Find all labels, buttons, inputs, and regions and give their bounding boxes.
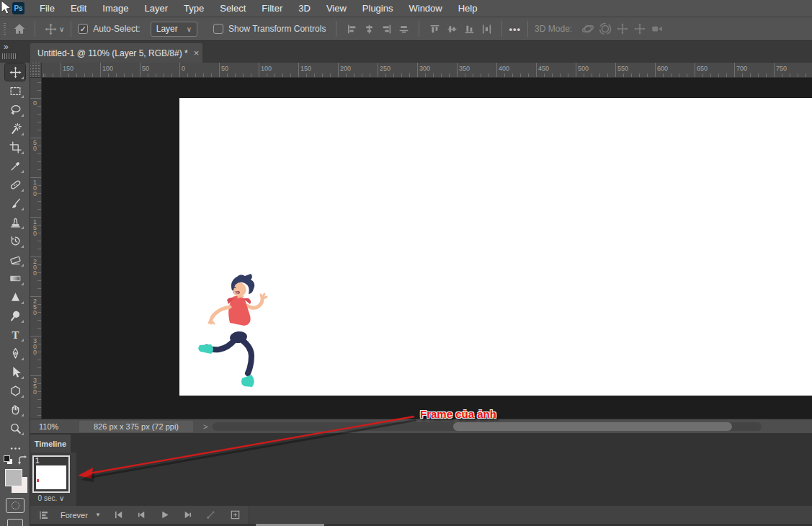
path-selection-tool[interactable] — [5, 363, 25, 380]
align-top-edges-icon[interactable] — [426, 20, 443, 37]
menu-image[interactable]: Image — [94, 3, 136, 14]
clone-stamp-tool[interactable] — [5, 213, 25, 231]
3d-roll-icon[interactable] — [597, 20, 614, 37]
menu-window[interactable]: Window — [401, 3, 450, 14]
tab-close-icon[interactable]: × — [194, 48, 200, 58]
move-tool[interactable] — [5, 63, 25, 81]
menu-layer[interactable]: Layer — [137, 3, 177, 14]
default-colors-icon-front[interactable] — [4, 456, 9, 461]
next-frame-button[interactable] — [180, 509, 196, 522]
align-vertical-centers-icon[interactable] — [395, 20, 412, 37]
delay-chevron-icon: ∨ — [59, 494, 64, 502]
tools-panel: T — [0, 63, 30, 526]
auto-select-target-dropdown[interactable]: Layer ∨ — [151, 22, 197, 37]
lasso-tool[interactable] — [5, 101, 25, 118]
magic-wand-tool[interactable] — [5, 120, 25, 137]
menu-select[interactable]: Select — [212, 3, 254, 14]
document-tab-bar: » Untitled-1 @ 110% (Layer 5, RGB/8#) * … — [0, 41, 812, 63]
more-align-options-button[interactable]: ••• — [509, 24, 521, 35]
zoom-tool[interactable] — [5, 419, 25, 437]
eraser-tool[interactable] — [5, 251, 25, 268]
show-transform-checkbox[interactable] — [213, 24, 223, 34]
3d-pan-icon[interactable] — [614, 20, 631, 37]
play-animation-button[interactable] — [157, 509, 173, 522]
menu-bar: Ps File Edit Image Layer Type Select Fil… — [0, 0, 812, 17]
menu-3d[interactable]: 3D — [290, 3, 318, 14]
vertical-ruler[interactable]: 050100150200250300350 — [30, 78, 42, 419]
frame-thumbnail — [36, 465, 66, 489]
menu-file[interactable]: File — [32, 3, 63, 14]
frame-delay-selector[interactable]: 0 sec. ∨ — [30, 494, 72, 502]
photoshop-window: Ps File Edit Image Layer Type Select Fil… — [0, 0, 812, 526]
foreground-color-swatch[interactable] — [5, 469, 22, 486]
screen-mode-button[interactable] — [7, 519, 23, 526]
menu-view[interactable]: View — [318, 3, 354, 14]
frame-number: 1 — [35, 457, 40, 465]
animation-frame-1[interactable]: 1 — [32, 455, 70, 493]
toolbar-grip — [2, 53, 17, 59]
annotation-label: Frame của ảnh — [420, 408, 496, 420]
edit-toolbar-ellipsis[interactable] — [5, 440, 25, 457]
home-button[interactable] — [11, 20, 28, 37]
dodge-tool[interactable] — [5, 307, 25, 324]
gradient-tool[interactable] — [5, 269, 25, 287]
pasteboard — [42, 78, 812, 419]
document-tab[interactable]: Untitled-1 @ 110% (Layer 5, RGB/8#) * × — [30, 43, 202, 63]
timeline-tab[interactable]: Timeline — [30, 434, 71, 453]
menu-help[interactable]: Help — [450, 3, 486, 14]
3d-orbit-icon[interactable] — [579, 20, 597, 37]
rectangular-marquee-tool[interactable] — [5, 82, 25, 99]
status-expand-chevron-icon[interactable]: > — [203, 422, 208, 431]
pen-tool[interactable] — [5, 344, 25, 362]
horizontal-scrollbar[interactable] — [213, 422, 762, 431]
document-tab-title: Untitled-1 @ 110% (Layer 5, RGB/8#) * — [37, 48, 188, 58]
distribute-horizontally-icon[interactable] — [478, 20, 495, 37]
hand-tool[interactable] — [5, 401, 25, 418]
loop-dropdown-arrow-icon: ▼ — [95, 512, 101, 518]
tool-preset-chevron-icon[interactable]: ∨ — [59, 25, 64, 33]
previous-frame-button[interactable] — [134, 509, 150, 522]
menu-type[interactable]: Type — [176, 3, 212, 14]
history-brush-tool[interactable] — [5, 232, 25, 249]
first-frame-button[interactable] — [111, 509, 127, 522]
menu-edit[interactable]: Edit — [63, 3, 94, 14]
3d-dolly-camera-icon[interactable] — [648, 20, 666, 37]
eyedropper-tool[interactable] — [5, 157, 25, 174]
menu-filter[interactable]: Filter — [254, 3, 290, 14]
align-middle-icon[interactable] — [443, 20, 460, 37]
spot-healing-tool[interactable] — [5, 176, 25, 193]
3d-slide-icon[interactable] — [631, 20, 648, 37]
crop-tool[interactable] — [5, 138, 25, 156]
zoom-level-field[interactable]: 110% — [39, 422, 71, 431]
blur-tool[interactable] — [5, 288, 25, 306]
status-bar: 110% 826 px x 375 px (72 ppi) > < — [30, 419, 812, 433]
timeline-panel-header: Timeline — [30, 433, 812, 453]
brush-tool[interactable] — [5, 195, 25, 212]
quick-mask-mode-button[interactable] — [6, 498, 24, 513]
menu-plugins[interactable]: Plugins — [354, 3, 401, 14]
default-and-swap-colors — [3, 455, 27, 468]
align-left-edges-icon[interactable] — [343, 20, 360, 37]
ruler-origin-corner[interactable] — [30, 63, 42, 78]
align-horizontal-centers-icon[interactable] — [360, 20, 378, 37]
horizontal-ruler[interactable]: 1501005005010015020025030035040045050055… — [42, 63, 812, 78]
align-right-edges-icon[interactable] — [378, 20, 395, 37]
move-tool-options-icon[interactable] — [42, 20, 59, 37]
svg-text:T: T — [12, 329, 19, 340]
shape-tool[interactable] — [5, 382, 25, 399]
dropdown-chevron-icon: ∨ — [187, 25, 192, 33]
swap-colors-icon[interactable] — [17, 455, 27, 465]
timeline-controls-bar: Forever ▼ — [30, 506, 812, 524]
tween-frames-button[interactable] — [203, 509, 219, 522]
horizontal-scrollbar-thumb[interactable] — [453, 422, 732, 431]
convert-timeline-icon[interactable] — [36, 509, 52, 522]
document-dimensions-field[interactable]: 826 px x 375 px (72 ppi) — [79, 421, 193, 432]
new-frame-button[interactable] — [228, 509, 244, 522]
type-tool[interactable]: T — [5, 326, 25, 343]
align-bottom-edges-icon[interactable] — [460, 20, 478, 37]
options-bar-grip — [4, 23, 6, 35]
collapse-panels-icon[interactable]: » — [4, 42, 9, 52]
loop-count-dropdown[interactable]: Forever ▼ — [61, 511, 101, 520]
auto-select-checkbox[interactable]: ✓ — [78, 24, 88, 34]
canvas-document[interactable] — [179, 98, 812, 396]
